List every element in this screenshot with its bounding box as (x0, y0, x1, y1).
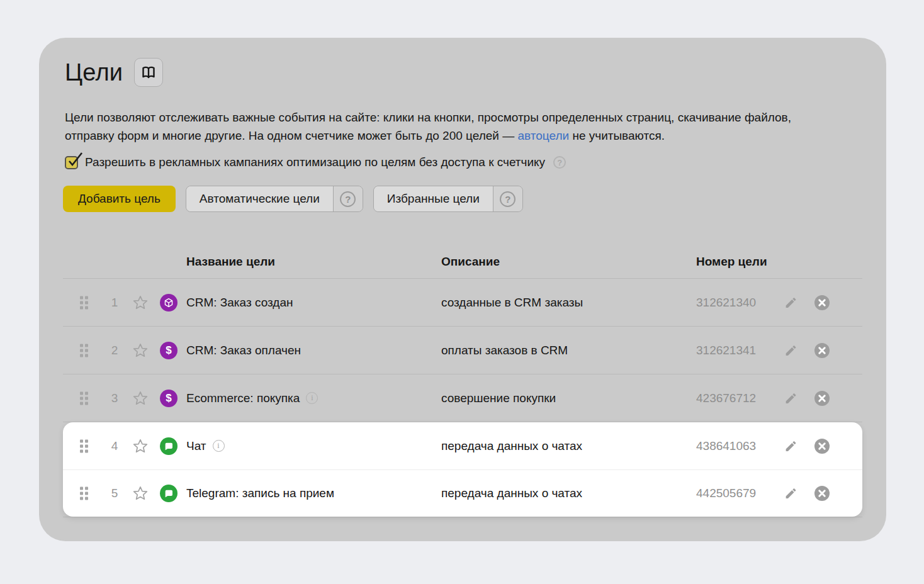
goal-type-icon: $ (160, 437, 177, 455)
goal-number: 438641063 (696, 439, 756, 453)
dollar-icon: $ (166, 345, 171, 356)
goal-name: Ecommerce: покупка (186, 391, 300, 405)
page-header: Цели (63, 58, 862, 87)
goal-name-cell: Ecommerce: покупка i (186, 391, 318, 405)
delete-icon[interactable] (814, 485, 830, 502)
goals-table: Название цели Описание Номер цели 1 $ (63, 249, 862, 517)
help-icon[interactable]: ? (553, 156, 566, 169)
toolbar: Добавить цель Автоматические цели ? Избр… (63, 186, 862, 212)
delete-icon[interactable] (814, 342, 830, 359)
optin-checkbox[interactable] (65, 156, 78, 169)
table-row: 1 $ CRM: Заказ создан i созд (63, 279, 862, 327)
drag-handle-icon[interactable] (80, 439, 88, 452)
auto-goals-button[interactable]: Автоматические цели ? (186, 186, 363, 212)
star-icon[interactable] (132, 342, 149, 359)
goals-panel: Цели Цели позволяют отслеживать важные с… (39, 38, 886, 541)
drag-handle-icon[interactable] (80, 487, 88, 500)
table-row: 5 $ Telegram: запись на прием i (63, 469, 862, 517)
intro-text: Цели позволяют отслеживать важные событи… (63, 108, 825, 145)
delete-icon[interactable] (814, 390, 830, 407)
intro-text-part2: не учитываются. (569, 129, 665, 142)
rows-default: 1 $ CRM: Заказ создан i созд (63, 279, 862, 422)
favorite-goals-label[interactable]: Избранные цели (374, 186, 493, 211)
goal-name-cell: Чат i (186, 439, 225, 453)
drag-handle-icon[interactable] (80, 344, 88, 357)
chat-icon (164, 488, 174, 498)
book-icon (140, 65, 157, 79)
goal-type-icon: $ (160, 390, 177, 407)
autogoals-link[interactable]: автоцели (518, 129, 570, 142)
star-icon[interactable] (132, 390, 149, 407)
intro-text-part1: Цели позволяют отслеживать важные событи… (65, 111, 791, 142)
row-index: 2 (107, 344, 122, 357)
question-icon: ? (500, 191, 516, 207)
goal-description: совершение покупки (441, 391, 556, 405)
optin-row: Разрешить в рекламных кампаниях оптимиза… (63, 155, 862, 169)
goal-number: 312621340 (696, 296, 756, 310)
table-row: 3 $ Ecommerce: покупка i сов (63, 374, 862, 422)
question-icon: ? (340, 191, 356, 207)
auto-goals-help[interactable]: ? (333, 186, 363, 211)
goal-description: оплаты заказов в CRM (441, 344, 568, 357)
table-header: Название цели Описание Номер цели (63, 249, 862, 279)
add-goal-button[interactable]: Добавить цель (63, 186, 176, 212)
row-index: 3 (107, 391, 122, 405)
favorite-goals-button[interactable]: Избранные цели ? (373, 186, 523, 212)
drag-handle-icon[interactable] (80, 296, 88, 309)
goal-name: CRM: Заказ создан (186, 296, 293, 310)
table-bottom-divider (63, 517, 862, 517)
dollar-icon: $ (166, 393, 171, 403)
docs-button[interactable] (134, 58, 163, 87)
auto-goals-label[interactable]: Автоматические цели (186, 186, 333, 211)
goal-name: CRM: Заказ оплачен (186, 344, 301, 357)
goal-type-icon: $ (160, 485, 177, 502)
star-icon[interactable] (132, 485, 149, 502)
goal-name-cell: Telegram: запись на прием i (186, 486, 334, 500)
edit-icon[interactable] (784, 487, 797, 500)
goal-description: передача данных о чатах (441, 486, 582, 500)
column-header-description: Описание (441, 255, 500, 269)
goal-type-icon: $ (160, 342, 177, 359)
goal-description: созданные в CRM заказы (441, 296, 583, 310)
chat-icon (164, 441, 174, 451)
goal-name: Telegram: запись на прием (186, 486, 334, 500)
drag-handle-icon[interactable] (80, 391, 88, 405)
edit-icon[interactable] (784, 391, 797, 405)
goal-number: 442505679 (696, 486, 756, 500)
goal-number: 423676712 (696, 391, 756, 405)
goal-name-cell: CRM: Заказ создан i (186, 296, 293, 310)
favorite-goals-help[interactable]: ? (493, 186, 522, 211)
edit-icon[interactable] (784, 439, 797, 452)
column-header-name: Название цели (186, 255, 275, 269)
table-row: 2 $ CRM: Заказ оплачен i опл (63, 327, 862, 374)
goal-name-cell: CRM: Заказ оплачен i (186, 344, 301, 357)
row-index: 4 (107, 439, 122, 453)
star-icon[interactable] (132, 438, 149, 454)
star-icon[interactable] (132, 295, 149, 311)
goal-name: Чат (186, 439, 206, 453)
delete-icon[interactable] (814, 295, 830, 311)
cube-icon (163, 297, 174, 308)
table-row: 4 $ Чат i передача данных о (63, 422, 862, 469)
goal-type-icon: $ (160, 294, 177, 312)
delete-icon[interactable] (814, 438, 830, 454)
rows-highlighted: 4 $ Чат i передача данных о (63, 422, 862, 517)
row-index: 5 (107, 486, 122, 500)
goal-description: передача данных о чатах (441, 439, 582, 453)
column-header-number: Номер цели (696, 255, 767, 269)
goal-number: 312621341 (696, 344, 756, 357)
optin-label: Разрешить в рекламных кампаниях оптимиза… (85, 155, 545, 169)
edit-icon[interactable] (784, 296, 797, 309)
row-index: 1 (107, 296, 122, 310)
edit-icon[interactable] (784, 344, 797, 357)
checkmark-icon (67, 152, 84, 169)
info-icon[interactable]: i (306, 392, 318, 404)
info-icon[interactable]: i (213, 440, 225, 452)
page-title: Цели (65, 59, 123, 86)
